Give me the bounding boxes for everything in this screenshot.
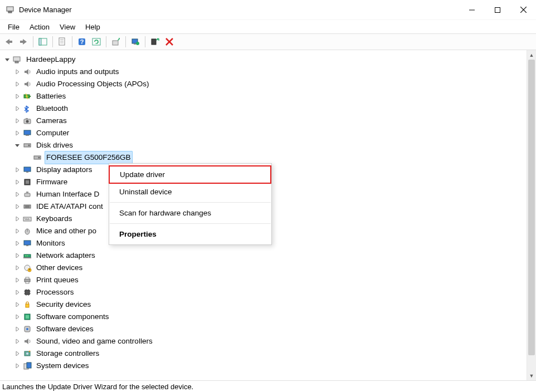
tree-category[interactable]: Audio inputs and outputs	[3, 66, 527, 78]
tree-category[interactable]: Disk drives	[3, 139, 527, 151]
expand-icon[interactable]	[13, 190, 21, 198]
expand-icon[interactable]	[13, 129, 21, 137]
context-menu: Update driverUninstall deviceScan for ha…	[109, 163, 272, 245]
tree-node-label: Cameras	[35, 115, 69, 127]
expand-icon[interactable]	[13, 203, 21, 210]
tree-node-label: Bluetooth	[35, 102, 70, 115]
svg-point-59	[27, 256, 28, 257]
context-menu-item[interactable]: Update driver	[109, 165, 271, 184]
tree-category[interactable]: Network adapters	[3, 249, 527, 262]
expand-icon[interactable]	[13, 325, 21, 333]
scroll-thumb[interactable]	[528, 60, 535, 355]
expand-icon[interactable]	[13, 105, 21, 112]
tree-device[interactable]: FORESEE G500F256GB	[3, 151, 527, 164]
camera-icon	[22, 116, 32, 126]
tree-category[interactable]: Software devices	[3, 323, 527, 335]
menu-help[interactable]: Help	[81, 21, 105, 33]
tree-category[interactable]: Bluetooth	[3, 102, 527, 115]
expand-icon[interactable]	[13, 350, 21, 357]
expand-icon[interactable]	[13, 362, 21, 370]
expand-icon[interactable]	[13, 264, 21, 272]
tree-node-label: Print queues	[35, 274, 80, 286]
expand-icon[interactable]	[13, 80, 21, 88]
context-menu-item[interactable]: Scan for hardware changes	[109, 205, 271, 221]
forward-arrow-icon[interactable]	[17, 35, 30, 48]
collapse-icon[interactable]	[3, 56, 11, 63]
expand-icon[interactable]	[13, 215, 21, 223]
delete-icon[interactable]	[163, 35, 176, 48]
menu-file[interactable]: File	[3, 21, 24, 33]
expand-icon[interactable]	[13, 252, 21, 259]
expand-icon[interactable]	[13, 92, 21, 100]
toolbar: ?	[0, 33, 536, 50]
uninstall-device-icon[interactable]	[148, 35, 162, 48]
scroll-up-icon[interactable]: ▲	[527, 50, 536, 60]
tree-node-label: Batteries	[35, 90, 67, 102]
computer-root-icon	[12, 55, 22, 65]
processor-icon	[22, 287, 32, 297]
tree-category[interactable]: Computer	[3, 127, 527, 139]
tree-category[interactable]: Sound, video and game controllers	[3, 335, 527, 347]
enable-device-icon[interactable]	[129, 35, 142, 48]
tree-category[interactable]: Storage controllers	[3, 347, 527, 360]
context-menu-item[interactable]: Properties	[109, 226, 271, 242]
disk-icon	[32, 153, 42, 163]
menu-view[interactable]: View	[55, 21, 80, 33]
svg-rect-54	[24, 241, 31, 245]
minimize-button[interactable]	[459, 0, 485, 20]
expand-icon[interactable]	[13, 337, 21, 345]
tree-category[interactable]: Security devices	[3, 298, 527, 311]
vertical-scrollbar[interactable]: ▲ ▼	[527, 50, 536, 380]
expand-icon[interactable]	[13, 227, 21, 235]
tree-node-label: Display adaptors	[35, 164, 94, 176]
expand-icon[interactable]	[13, 178, 21, 186]
svg-point-21	[136, 42, 139, 45]
tree-category[interactable]: Print queues	[3, 274, 527, 286]
svg-rect-26	[15, 61, 18, 63]
svg-rect-31	[26, 118, 28, 119]
help-icon[interactable]: ?	[75, 35, 89, 48]
tree-node-label: Audio inputs and outputs	[35, 66, 121, 78]
expand-icon[interactable]	[13, 276, 21, 284]
expand-icon[interactable]	[13, 68, 21, 76]
svg-point-18	[119, 38, 120, 39]
svg-rect-32	[24, 130, 31, 135]
expand-icon[interactable]	[13, 117, 21, 125]
close-button[interactable]	[510, 0, 536, 20]
properties-icon[interactable]	[56, 35, 69, 48]
tree-category[interactable]: Audio Processing Objects (APOs)	[3, 78, 527, 90]
scroll-track[interactable]	[527, 60, 536, 371]
menu-action[interactable]: Action	[25, 21, 54, 33]
ide-icon	[22, 202, 32, 212]
expand-placeholder	[23, 154, 31, 161]
maximize-button[interactable]	[485, 0, 510, 20]
tree-category[interactable]: Cameras	[3, 115, 527, 127]
update-driver-icon[interactable]	[109, 35, 123, 48]
tree-node-label: Computer	[35, 127, 71, 139]
scroll-down-icon[interactable]: ▼	[527, 371, 536, 380]
tree-category[interactable]: Batteries	[3, 90, 527, 102]
expand-icon[interactable]	[13, 301, 21, 308]
tree-category[interactable]: System devices	[3, 360, 527, 372]
expand-icon[interactable]	[13, 313, 21, 321]
svg-rect-50	[28, 218, 29, 219]
tree-category[interactable]: ?Other devices	[3, 262, 527, 274]
toolbar-separator	[52, 36, 53, 47]
expand-icon[interactable]	[13, 166, 21, 174]
tree-category[interactable]: Software components	[3, 311, 527, 323]
svg-rect-38	[24, 167, 31, 171]
tree-category[interactable]: Processors	[3, 286, 527, 298]
show-hide-tree-icon[interactable]	[36, 35, 50, 48]
expand-icon[interactable]	[13, 288, 21, 296]
refresh-icon[interactable]	[90, 35, 103, 48]
svg-point-37	[38, 157, 40, 159]
back-arrow-icon[interactable]	[2, 35, 16, 48]
collapse-icon[interactable]	[13, 141, 21, 149]
titlebar: Device Manager	[0, 0, 536, 20]
monitor-icon	[22, 238, 32, 248]
tree-root[interactable]: HardeepLappy	[3, 53, 527, 66]
svg-rect-9	[39, 38, 41, 45]
context-menu-item[interactable]: Uninstall device	[109, 184, 271, 200]
computer-icon	[22, 128, 32, 138]
expand-icon[interactable]	[13, 239, 21, 247]
